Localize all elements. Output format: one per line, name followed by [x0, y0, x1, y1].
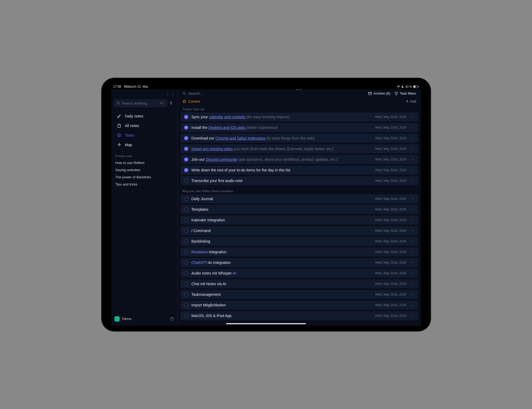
task-date: Wed, May 22nd, 2024 [375, 303, 406, 307]
task-text: Write down the rest of your to-do items … [192, 168, 372, 172]
task-row[interactable]: Chat mit Notes via AIWed, May 22nd, 2024… [180, 279, 418, 288]
task-checkbox[interactable] [184, 147, 188, 151]
workspace-badge[interactable] [114, 316, 120, 322]
search-shortcut: ⌘K [159, 102, 164, 105]
task-checkbox[interactable] [184, 207, 188, 212]
task-checkbox[interactable] [184, 229, 188, 233]
arrow-right-icon[interactable]: → [411, 271, 415, 275]
sidebar-item-map[interactable]: Map [113, 140, 175, 150]
sidebar-item-tasks[interactable]: Tasks [113, 130, 175, 140]
task-text: Chat mit Notes via AI [192, 282, 372, 286]
sidebar-item-all-notes[interactable]: All notes [113, 121, 175, 130]
task-text: Audio notes mit Whisper AI [192, 271, 372, 275]
task-checkbox[interactable] [184, 125, 188, 130]
task-text: Transcribe your first audio note [192, 179, 372, 183]
pinned-item[interactable]: Saving websites [113, 166, 175, 174]
arrow-right-icon[interactable]: → [411, 218, 415, 222]
task-row[interactable]: BacklinkingWed, May 22nd, 2024→ [180, 237, 418, 246]
task-row[interactable]: Sync your calendar and contacts (for eas… [180, 112, 418, 121]
pinned-item[interactable]: The power of Backlinks [113, 174, 175, 181]
task-row[interactable]: ChatGPT-4o IntegrationWed, May 22nd, 202… [180, 258, 418, 267]
arrow-right-icon[interactable]: → [411, 115, 415, 119]
arrow-right-icon[interactable]: → [411, 250, 415, 254]
task-row[interactable]: Audio notes mit Whisper AIWed, May 22nd,… [180, 269, 418, 278]
task-checkbox[interactable] [184, 179, 188, 183]
task-checkbox[interactable] [184, 239, 188, 243]
main-search-input[interactable]: Search... [182, 91, 364, 96]
workspace-name[interactable]: Demo [122, 317, 132, 321]
task-checkbox[interactable] [184, 197, 188, 201]
svg-rect-6 [171, 101, 172, 103]
task-text: Taskmanagement [192, 292, 372, 297]
task-row[interactable]: Import MöglichkeitenWed, May 22nd, 2024→ [180, 301, 418, 310]
task-checkbox[interactable] [184, 157, 188, 162]
task-checkbox[interactable] [184, 168, 188, 172]
arrow-right-icon[interactable]: → [411, 303, 415, 307]
task-date: Wed, May 22nd, 2024 [375, 293, 406, 296]
nav-forward-button[interactable]: › [171, 91, 175, 98]
task-row[interactable]: / CommandWed, May 22nd, 2024→ [180, 226, 418, 235]
task-checkbox[interactable] [184, 115, 188, 119]
task-row[interactable]: TaskmanagementWed, May 22nd, 2024→ [180, 290, 418, 299]
home-indicator[interactable] [226, 323, 306, 324]
mic-icon[interactable] [169, 101, 175, 105]
arrow-right-icon[interactable]: → [411, 229, 415, 233]
task-row[interactable]: TemplatesWed, May 22nd, 2024→ [180, 205, 418, 214]
task-row[interactable]: Download our Chrome and Safari extension… [180, 134, 418, 143]
task-checkbox[interactable] [184, 271, 188, 275]
arrow-right-icon[interactable]: → [411, 125, 415, 129]
task-text: Import any existing notes you have (from… [192, 147, 372, 151]
add-button[interactable]: Add [406, 99, 416, 103]
arrow-right-icon[interactable]: → [411, 147, 415, 151]
task-checkbox[interactable] [184, 292, 188, 297]
arrow-right-icon[interactable]: → [411, 136, 415, 140]
arrow-right-icon[interactable]: → [411, 179, 415, 183]
plus-icon [406, 100, 409, 103]
arrow-right-icon[interactable]: → [411, 314, 415, 318]
task-checkbox[interactable] [184, 314, 188, 318]
arrow-right-icon[interactable]: → [411, 282, 415, 286]
tab-current[interactable]: Current [182, 99, 200, 103]
arrow-right-icon[interactable]: → [411, 157, 415, 161]
task-text: Download our Chrome and Safari extension… [192, 136, 372, 140]
sparkle-icon [117, 143, 121, 147]
task-row[interactable]: Daily JournalWed, May 22nd, 2024→ [180, 194, 418, 203]
task-row[interactable]: Write down the rest of your to-do items … [180, 166, 418, 175]
more-icon[interactable]: ••• [296, 89, 302, 92]
pinned-item[interactable]: Tips and tricks [113, 181, 175, 188]
task-checkbox[interactable] [184, 303, 188, 307]
task-date: Wed, May 22nd, 2024 [375, 282, 406, 286]
filter-icon [394, 92, 398, 95]
task-list-scroll[interactable]: Today's Task List Sync your calendar and… [178, 104, 421, 326]
help-icon[interactable] [170, 317, 174, 321]
pinned-item[interactable]: How to use Reflect [113, 159, 175, 166]
arrow-right-icon[interactable]: → [411, 168, 415, 172]
task-row[interactable]: Install the Desktop and iOS apps (better… [180, 123, 418, 132]
arrow-right-icon[interactable]: → [411, 197, 415, 201]
arrow-right-icon[interactable]: → [411, 207, 415, 211]
task-date: Wed, May 22nd, 2024 [375, 158, 406, 161]
sidebar-item-daily-notes[interactable]: Daily notes [113, 111, 175, 121]
arrow-right-icon[interactable]: → [411, 260, 415, 264]
task-checkbox[interactable] [184, 218, 188, 222]
task-row[interactable]: Import any existing notes you have (from… [180, 144, 418, 153]
task-checkbox[interactable] [184, 282, 188, 286]
task-row[interactable]: Transcribe your first audio noteWed, May… [180, 176, 418, 185]
nav-back-button[interactable]: ‹ [165, 91, 170, 98]
sidebar-search-input[interactable]: Search anything... ⌘K [114, 99, 167, 107]
task-checkbox[interactable] [184, 136, 188, 140]
archive-button[interactable]: Archive (6) [368, 91, 390, 95]
task-filters-button[interactable]: Task filters [394, 91, 416, 95]
arrow-right-icon[interactable]: → [411, 292, 415, 296]
task-row[interactable]: Readwise IntegrationWed, May 22nd, 2024→ [180, 247, 418, 256]
task-row[interactable]: Join our Discord community (ask question… [180, 155, 418, 164]
filters-label: Task filters [400, 91, 416, 95]
task-row[interactable]: Kalender IntegrationWed, May 22nd, 2024→ [180, 216, 418, 225]
task-row[interactable]: MacOS, iOS & iPad AppWed, May 22nd, 2024… [180, 311, 418, 320]
wifi-icon [397, 85, 400, 88]
task-date: Wed, May 22nd, 2024 [375, 126, 406, 129]
task-checkbox[interactable] [184, 260, 188, 265]
arrow-right-icon[interactable]: → [411, 239, 415, 243]
svg-point-9 [172, 319, 172, 320]
task-checkbox[interactable] [184, 250, 188, 254]
